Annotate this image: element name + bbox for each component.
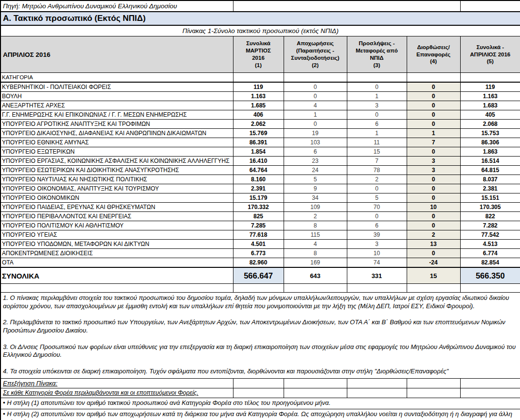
- value-cell: 8: [284, 249, 347, 258]
- empty-cell: [407, 73, 460, 83]
- value-cell: 19: [284, 129, 347, 138]
- category-cell: ΥΠΟΥΡΓΕΙΟ ΔΙΚΑΙΟΣΥΝΗΣ, ΔΙΑΦΑΝΕΙΑΣ ΚΑΙ ΑΝ…: [0, 129, 233, 138]
- value-cell: 115: [284, 230, 347, 240]
- category-cell: ΥΠΟΥΡΓΕΙΟ ΝΑΥΤΙΛΙΑΣ ΚΑΙ ΝΗΣΙΩΤΙΚΗΣ ΠΟΛΙΤ…: [0, 175, 233, 184]
- column-header-1: Συνολικά ΜΑΡΤΙΟΣ 2016 (1): [233, 36, 284, 73]
- footnote-row: 2. Περιλαμβάνεται το τακτικό προσωπικό τ…: [0, 317, 520, 341]
- table-row: ΥΠΟΥΡΓΕΙΟ ΥΠΟΔΟΜΩΝ, ΜΕΤΑΦΟΡΩΝ ΚΑΙ ΔΙΚΤΥΩ…: [0, 240, 520, 249]
- empty-cell: [233, 284, 284, 293]
- value-cell: 15.769: [233, 129, 284, 138]
- table-row: ΥΠΟΥΡΓΕΙΟ ΕΣΩΤΕΡΙΚΩΝ ΚΑΙ ΔΙΟΙΚΗΤΙΚΗΣ ΑΝΑ…: [0, 166, 520, 175]
- value-cell: 7: [407, 138, 460, 147]
- table-row: ΥΠΟΥΡΓΕΙΟ ΠΕΡΙΒΑΛΛΟΝΤΟΣ ΚΑΙ ΕΝΕΡΓΕΙΑΣ 82…: [0, 212, 520, 221]
- value-cell: 15.151: [460, 193, 520, 203]
- value-cell: 70: [347, 203, 407, 212]
- value-cell: 23: [284, 157, 347, 166]
- value-cell: 6: [347, 120, 407, 129]
- footnote-row: 1. Ο πίνακας περιλαμβάνει στοιχεία του τ…: [0, 293, 520, 317]
- value-cell: 34: [284, 193, 347, 203]
- value-cell: 1.863: [460, 147, 520, 157]
- table-row: ΥΠΟΥΡΓΕΙΟ ΠΟΛΙΤΙΣΜΟΥ ΚΑΙ ΑΘΛΗΤΙΣΜΟΥ 7.28…: [0, 221, 520, 230]
- value-cell: 0: [284, 92, 347, 101]
- value-cell: -24: [407, 258, 460, 268]
- value-cell: 169: [284, 258, 347, 268]
- value-cell: 119: [460, 82, 520, 92]
- section-title: Α. Τακτικό προσωπικό (Εκτός ΝΠΙΔ): [0, 12, 520, 25]
- value-cell: 7.282: [460, 221, 520, 230]
- value-cell: 78: [347, 166, 407, 175]
- category-cell: ΥΠΟΥΡΓΕΙΟ ΥΓΕΙΑΣ: [0, 230, 233, 240]
- empty-cell: [233, 388, 284, 398]
- value-cell: 406: [233, 110, 284, 120]
- value-cell: 103: [284, 138, 347, 147]
- empty-cell: [284, 284, 347, 293]
- table-subtitle: Πίνακας 1-Σύνολο τακτικού προσωπικού (εκ…: [0, 25, 520, 36]
- value-cell: 2.391: [233, 184, 284, 193]
- category-cell: ΟΤΑ: [0, 258, 233, 268]
- title-row: Α. Τακτικό προσωπικό (Εκτός ΝΠΙΔ): [0, 12, 520, 25]
- empty-cell: [460, 378, 520, 388]
- column-header-2: Αποχωρήσεις (Παραιτήσεις - Συνταξιοδοτήσ…: [284, 36, 347, 73]
- value-cell: 16.410: [233, 157, 284, 166]
- footnote-text: 1. Ο πίνακας περιλαμβάνει στοιχεία του τ…: [0, 293, 520, 317]
- value-cell: 4.513: [460, 240, 520, 249]
- empty-cell: [347, 378, 407, 388]
- footnote-text: 3. Οι Δ/νσεις Προσωπικού των φορέων είνα…: [0, 342, 520, 366]
- category-header-row: ΚΑΤΗΓΟΡΙΑ: [0, 73, 520, 83]
- value-cell: 7: [347, 157, 407, 166]
- value-cell: 0: [407, 212, 460, 221]
- value-cell: 3: [407, 166, 460, 175]
- value-cell: 6: [284, 147, 347, 157]
- empty-cell: [460, 388, 520, 398]
- value-cell: 2.068: [460, 120, 520, 129]
- table-row: ΥΠΟΥΡΓΕΙΟ ΥΓΕΙΑΣ 77.618 115 39 2 77.542: [0, 230, 520, 240]
- totals-value: 331: [347, 267, 407, 284]
- spacer-row: [0, 284, 520, 293]
- value-cell: 6.774: [460, 249, 520, 258]
- category-cell: ΥΠΟΥΡΓΕΙΟ ΟΙΚΟΝΟΜΙΑΣ, ΑΝΑΠΤΥΞΗΣ ΚΑΙ ΤΟΥΡ…: [0, 184, 233, 193]
- footnote-text: 4. Τα στοιχεία υπόκεινται σε διαρκή επικ…: [0, 366, 520, 379]
- category-cell: ΥΠΟΥΡΓΕΙΟ ΕΞΩΤΕΡΙΚΩΝ: [0, 147, 233, 157]
- value-cell: 15: [347, 147, 407, 157]
- value-cell: 3: [347, 240, 407, 249]
- category-cell: ΥΠΟΥΡΓΕΙΟ ΠΑΙΔΕΙΑΣ, ΕΡΕΥΝΑΣ ΚΑΙ ΘΡΗΣΚΕΥΜ…: [0, 203, 233, 212]
- empty-cell: [407, 388, 460, 398]
- value-cell: 3: [347, 101, 407, 110]
- value-cell: 0: [347, 212, 407, 221]
- category-cell: ΥΠΟΥΡΓΕΙΟ ΠΟΛΙΤΙΣΜΟΥ ΚΑΙ ΑΘΛΗΤΙΣΜΟΥ: [0, 221, 233, 230]
- value-cell: 0: [407, 101, 460, 110]
- category-cell: ΥΠΟΥΡΓΕΙΟ ΟΙΚΟΝΟΜΙΚΩΝ: [0, 193, 233, 203]
- value-cell: 8: [284, 221, 347, 230]
- value-cell: 1: [347, 129, 407, 138]
- explanation-intro-row: Σε κάθε Κατηγορία Φορέα περιλαμβάνονται …: [0, 388, 520, 398]
- category-cell: ΥΠΟΥΡΓΕΙΟ ΠΕΡΙΒΑΛΛΟΝΤΟΣ ΚΑΙ ΕΝΕΡΓΕΙΑΣ: [0, 212, 233, 221]
- value-cell: 0: [284, 120, 347, 129]
- value-cell: 109: [284, 203, 347, 212]
- table-row: ΥΠΟΥΡΓΕΙΟ ΔΙΚΑΙΟΣΥΝΗΣ, ΔΙΑΦΑΝΕΙΑΣ ΚΑΙ ΑΝ…: [0, 129, 520, 138]
- table-row: ΥΠΟΥΡΓΕΙΟ ΕΡΓΑΣΙΑΣ, ΚΟΙΝΩΝΙΚΗΣ ΑΣΦΑΛΙΣΗΣ…: [0, 157, 520, 166]
- value-cell: 6.773: [233, 249, 284, 258]
- table-row: ΥΠΟΥΡΓΕΙΟ ΕΞΩΤΕΡΙΚΩΝ 1.854 6 15 0 1.863: [0, 147, 520, 157]
- value-cell: 0: [407, 120, 460, 129]
- empty-cell: [407, 378, 460, 388]
- value-cell: 4.501: [233, 240, 284, 249]
- explanation-bullet-row: • Η στήλη (2) αποτυπώνει τον αριθμό των …: [0, 409, 520, 420]
- footnote-row: 4. Τα στοιχεία υπόκεινται σε διαρκή επικ…: [0, 366, 520, 379]
- value-cell: 3: [407, 157, 460, 166]
- table-row: ΑΝΕΞΑΡΤΗΤΕΣ ΑΡΧΕΣ 1.685 4 3 0 1.683: [0, 101, 520, 110]
- value-cell: 6: [347, 221, 407, 230]
- table-row: ΥΠΟΥΡΓΕΙΟ ΠΑΙΔΕΙΑΣ, ΕΡΕΥΝΑΣ ΚΑΙ ΘΡΗΣΚΕΥΜ…: [0, 203, 520, 212]
- value-cell: 10: [347, 249, 407, 258]
- column-header-3: Προσλήψεις - Μεταφορές από ΝΠΙΔ (3): [347, 36, 407, 73]
- value-cell: 24: [284, 166, 347, 175]
- value-cell: 1: [347, 92, 407, 101]
- value-cell: 82.960: [233, 258, 284, 268]
- value-cell: 39: [347, 230, 407, 240]
- value-cell: 1.685: [233, 101, 284, 110]
- value-cell: 1.683: [460, 101, 520, 110]
- value-cell: 0: [407, 110, 460, 120]
- value-cell: 825: [233, 212, 284, 221]
- empty-cell: [233, 378, 284, 388]
- empty-cell: [284, 388, 347, 398]
- value-cell: 170.305: [460, 203, 520, 212]
